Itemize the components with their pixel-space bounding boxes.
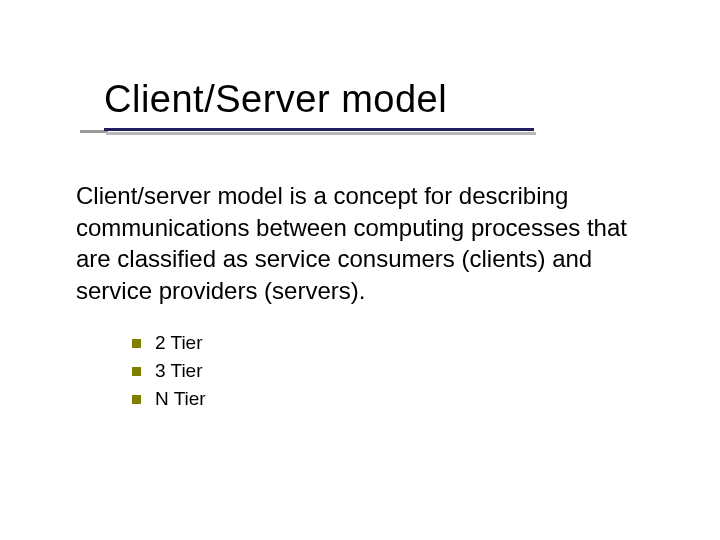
list-item-label: 3 Tier <box>155 360 203 382</box>
bullet-list: 2 Tier 3 Tier N Tier <box>132 332 206 416</box>
title-underline-shadow <box>106 132 536 135</box>
title-underline <box>104 128 534 131</box>
list-item: N Tier <box>132 388 206 410</box>
list-item-label: 2 Tier <box>155 332 203 354</box>
square-bullet-icon <box>132 339 141 348</box>
list-item: 3 Tier <box>132 360 206 382</box>
square-bullet-icon <box>132 395 141 404</box>
list-item: 2 Tier <box>132 332 206 354</box>
body-paragraph: Client/server model is a concept for des… <box>76 180 644 307</box>
list-item-label: N Tier <box>155 388 206 410</box>
slide: Client/Server model Client/server model … <box>0 0 720 540</box>
square-bullet-icon <box>132 367 141 376</box>
slide-title: Client/Server model <box>104 78 447 121</box>
